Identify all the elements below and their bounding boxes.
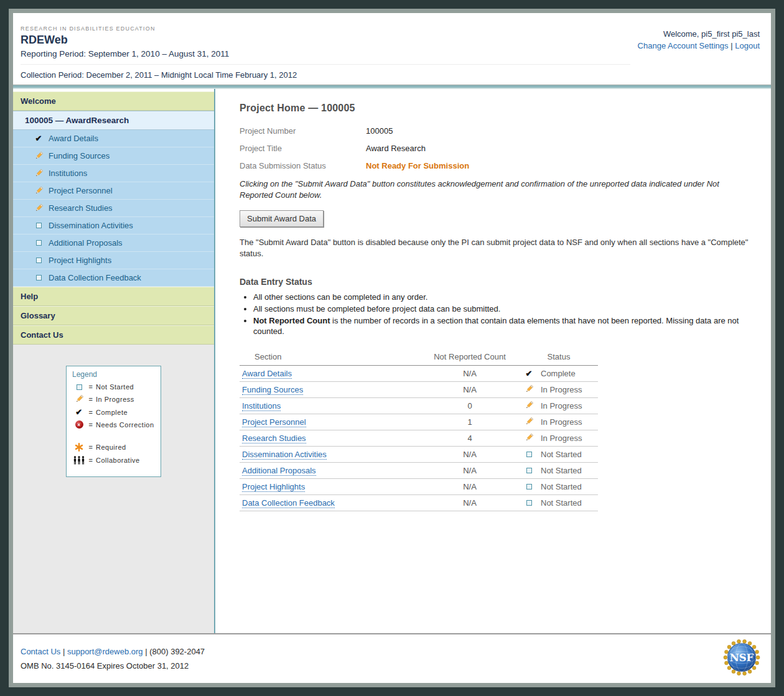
legend-label: Complete bbox=[96, 409, 128, 416]
section-link-dissemination-activities[interactable]: Dissemination Activities bbox=[242, 450, 327, 460]
complete-check-icon bbox=[72, 408, 86, 416]
account-links: Change Account Settings | Logout bbox=[638, 41, 760, 50]
bullet-text: All sections must be completed before pr… bbox=[253, 304, 500, 313]
equals-sign: = bbox=[86, 383, 96, 391]
legend-gap bbox=[72, 433, 155, 438]
legend-label: Required bbox=[96, 443, 126, 451]
field-label: Project Title bbox=[240, 144, 366, 153]
table-row: Award Details N/A Complete bbox=[240, 365, 598, 381]
legend-label: In Progress bbox=[96, 396, 134, 403]
sidebar-item-label: Funding Sources bbox=[49, 151, 110, 160]
equals-sign: = bbox=[86, 396, 96, 403]
app-title: RDEWeb bbox=[21, 34, 630, 47]
footer-contact-us-link[interactable]: Contact Us bbox=[21, 647, 60, 656]
table-row: Additional Proposals N/A Not Started bbox=[240, 462, 598, 478]
sidebar-item-research-studies[interactable]: Research Studies bbox=[13, 200, 214, 217]
page-footer: Contact Us | support@rdeweb.org | (800) … bbox=[13, 633, 771, 683]
not-reported-count: 1 bbox=[420, 414, 520, 430]
bullet-bold: Not Reported Count bbox=[253, 316, 330, 325]
not-started-square-icon bbox=[525, 468, 533, 473]
sidebar-item-glossary[interactable]: Glossary bbox=[13, 306, 214, 325]
section-link-institutions[interactable]: Institutions bbox=[242, 401, 281, 411]
sidebar-item-award-details[interactable]: Award Details bbox=[13, 130, 214, 147]
pencil-icon bbox=[34, 152, 43, 160]
not-started-square-icon bbox=[34, 258, 43, 263]
legend-label: Not Started bbox=[96, 383, 134, 391]
needs-correction-icon: x bbox=[72, 420, 86, 429]
project-number-field: Project Number 100005 bbox=[240, 126, 771, 136]
sidebar-item-additional-proposals[interactable]: Additional Proposals bbox=[13, 234, 214, 252]
equals-sign: = bbox=[86, 443, 96, 451]
data-entry-bullets: All other sections can be completed in a… bbox=[253, 292, 751, 336]
complete-check-icon bbox=[34, 134, 43, 142]
header-right: Welcome, pi5_first pi5_last Change Accou… bbox=[638, 26, 760, 80]
submit-disabled-note: The "Submit Award Data" button is disabl… bbox=[240, 237, 750, 259]
field-label: Data Submission Status bbox=[240, 161, 366, 170]
status-text: Not Started bbox=[541, 498, 582, 508]
legend-item-complete: = Complete bbox=[72, 408, 155, 416]
sidebar-item-label: Project Highlights bbox=[49, 256, 111, 265]
table-row: Institutions 0 In Progress bbox=[240, 397, 598, 414]
section-link-research-studies[interactable]: Research Studies bbox=[242, 434, 306, 443]
main-panel: Project Home — 100005 Project Number 100… bbox=[215, 89, 771, 633]
data-entry-status-table: Section Not Reported Count Status Award … bbox=[240, 348, 598, 511]
section-link-additional-proposals[interactable]: Additional Proposals bbox=[242, 466, 316, 476]
legend-label: Needs Correction bbox=[96, 421, 154, 429]
submit-award-data-button[interactable]: Submit Award Data bbox=[240, 210, 324, 227]
sidebar-item-project[interactable]: 100005 — AwardResearch bbox=[13, 111, 214, 130]
legend-item-needs-correction: x = Needs Correction bbox=[72, 420, 155, 429]
bullet-item: All other sections can be completed in a… bbox=[253, 292, 751, 303]
footer-phone: (800) 392-2047 bbox=[149, 647, 205, 656]
sidebar-item-label: Research Studies bbox=[49, 203, 113, 213]
sidebar-item-institutions[interactable]: Institutions bbox=[13, 165, 214, 182]
not-reported-count: N/A bbox=[420, 478, 520, 494]
section-link-funding-sources[interactable]: Funding Sources bbox=[242, 385, 303, 395]
table-row: Project Highlights N/A Not Started bbox=[240, 478, 598, 494]
sidebar-item-contact-us[interactable]: Contact Us bbox=[13, 325, 214, 345]
complete-check-icon bbox=[525, 369, 533, 378]
sidebar-item-project-highlights[interactable]: Project Highlights bbox=[13, 252, 214, 269]
header-divider-band bbox=[13, 85, 771, 89]
footer-separator: | bbox=[63, 647, 65, 656]
section-link-award-details[interactable]: Award Details bbox=[242, 369, 292, 379]
logout-link[interactable]: Logout bbox=[735, 41, 760, 50]
sidebar-item-funding-sources[interactable]: Funding Sources bbox=[13, 147, 214, 165]
pencil-icon bbox=[34, 169, 43, 178]
pencil-icon bbox=[525, 434, 533, 442]
sidebar-item-dissemination-activities[interactable]: Dissemination Activities bbox=[13, 217, 214, 234]
not-reported-count: 4 bbox=[420, 430, 520, 446]
legend-label: Collaborative bbox=[96, 457, 140, 464]
project-title-value: Award Research bbox=[366, 144, 426, 153]
table-row: Funding Sources N/A In Progress bbox=[240, 381, 598, 397]
sidebar-item-label: Data Collection Feedback bbox=[49, 273, 141, 282]
footer-left: Contact Us | support@rdeweb.org | (800) … bbox=[21, 647, 205, 670]
not-reported-count: N/A bbox=[420, 462, 520, 478]
sidebar-item-help[interactable]: Help bbox=[13, 287, 214, 306]
data-entry-status-heading: Data Entry Status bbox=[240, 277, 771, 287]
sidebar-item-label: Institutions bbox=[49, 169, 87, 178]
not-reported-count: N/A bbox=[420, 365, 520, 381]
pencil-icon bbox=[525, 385, 533, 394]
column-header-section: Section bbox=[240, 348, 420, 366]
status-text: Not Started bbox=[541, 482, 582, 491]
status-badge: Not Ready For Submission bbox=[366, 161, 469, 170]
required-star-icon bbox=[72, 443, 86, 452]
section-link-data-collection-feedback[interactable]: Data Collection Feedback bbox=[242, 498, 335, 508]
footer-support-email-link[interactable]: support@rdeweb.org bbox=[67, 647, 143, 656]
sidebar-item-data-collection-feedback[interactable]: Data Collection Feedback bbox=[13, 269, 214, 287]
sidebar-item-welcome[interactable]: Welcome bbox=[13, 91, 214, 111]
sidebar-menu: Welcome 100005 — AwardResearch Award Det… bbox=[13, 89, 214, 345]
status-text: Not Started bbox=[541, 466, 582, 475]
status-text: In Progress bbox=[541, 401, 582, 411]
change-account-settings-link[interactable]: Change Account Settings bbox=[638, 41, 729, 50]
sidebar-item-project-personnel[interactable]: Project Personnel bbox=[13, 182, 214, 200]
table-header-row: Section Not Reported Count Status bbox=[240, 348, 598, 366]
section-link-project-personnel[interactable]: Project Personnel bbox=[242, 417, 306, 427]
status-text: Complete bbox=[541, 369, 576, 378]
section-link-project-highlights[interactable]: Project Highlights bbox=[242, 482, 305, 492]
not-reported-count: 0 bbox=[420, 397, 520, 414]
data-submission-status-field: Data Submission Status Not Ready For Sub… bbox=[240, 161, 771, 170]
status-text: Not Started bbox=[541, 450, 582, 459]
bullet-item: Not Reported Count is the number of reco… bbox=[253, 315, 751, 337]
project-title-field: Project Title Award Research bbox=[240, 144, 771, 153]
